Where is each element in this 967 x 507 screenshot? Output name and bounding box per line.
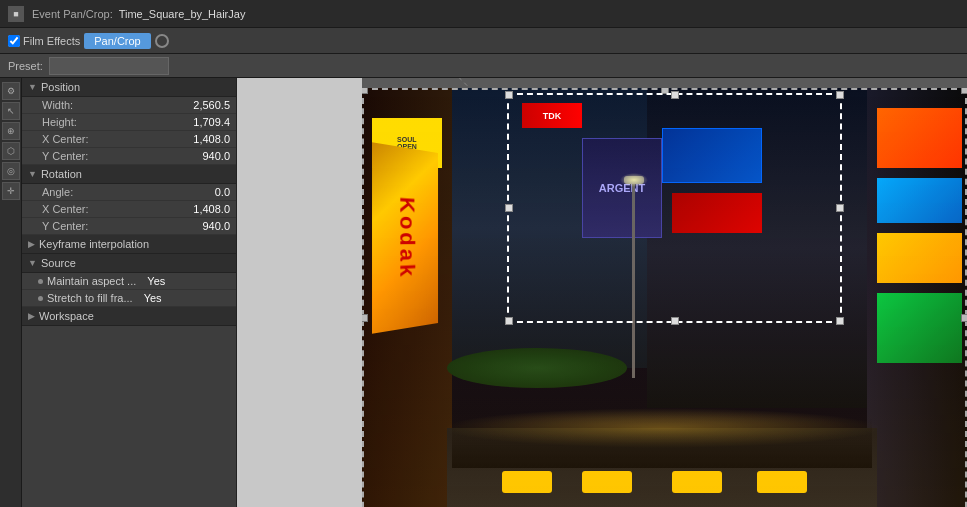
- taxi-2: [582, 471, 632, 493]
- source-arrow-icon: ▼: [28, 258, 37, 268]
- xcenter-value[interactable]: 1,408.0: [112, 133, 230, 145]
- workspace-section-header[interactable]: ▶ Workspace: [22, 307, 236, 326]
- sign-tdk: TDK: [522, 103, 582, 128]
- billboard-right-2: [877, 178, 962, 223]
- canvas-area[interactable]: SOULOPEN Kodak ARGENT TDK: [237, 78, 967, 507]
- film-effects-checkbox-container[interactable]: Film Effects: [8, 35, 80, 47]
- keyframe-arrow-icon: ▶: [28, 239, 35, 249]
- properties-panel: ▼ Position Width: 2,560.5 Height: 1,709.…: [22, 78, 237, 507]
- film-effects-checkbox[interactable]: [8, 35, 20, 47]
- prop-width-row: Width: 2,560.5: [22, 97, 236, 114]
- sidebar-icon-hex[interactable]: ⬡: [2, 142, 20, 160]
- ycenter-label: Y Center:: [42, 150, 112, 162]
- stretch-fill-label: Stretch to fill fra...: [47, 292, 133, 304]
- stretch-fill-value: Yes: [144, 292, 162, 304]
- height-label: Height:: [42, 116, 112, 128]
- rotation-section-header[interactable]: ▼ Rotation: [22, 165, 236, 184]
- prop-angle-row: Angle: 0.0: [22, 184, 236, 201]
- billboard-right-3: [877, 233, 962, 283]
- position-label: Position: [41, 81, 80, 93]
- taxi-4: [757, 471, 807, 493]
- lamp-post: [632, 178, 635, 378]
- prop-rot-xcenter-row: X Center: 1,408.0: [22, 201, 236, 218]
- position-arrow-icon: ▼: [28, 82, 37, 92]
- film-effects-label: Film Effects: [23, 35, 80, 47]
- maintain-dot-icon: [38, 279, 43, 284]
- rot-xcenter-label: X Center:: [42, 203, 112, 215]
- angle-value[interactable]: 0.0: [112, 186, 230, 198]
- sidebar-icons: ⚙ ↖ ⊕ ⬡ ◎ ✛: [0, 78, 22, 507]
- rotation-arrow-icon: ▼: [28, 169, 37, 179]
- keyframe-section-header[interactable]: ▶ Keyframe interpolation: [22, 235, 236, 254]
- lamp-glow: [620, 173, 648, 187]
- position-section-header[interactable]: ▼ Position: [22, 78, 236, 97]
- workspace-arrow-icon: ▶: [28, 311, 35, 321]
- rot-ycenter-label: Y Center:: [42, 220, 112, 232]
- sidebar-icon-zoom[interactable]: ⊕: [2, 122, 20, 140]
- source-label: Source: [41, 257, 76, 269]
- maintain-aspect-value: Yes: [147, 275, 165, 287]
- maintain-aspect-row[interactable]: Maintain aspect ... Yes: [22, 273, 236, 290]
- xcenter-label: X Center:: [42, 133, 112, 145]
- title-filename: Time_Square_by_HairJay: [119, 8, 246, 20]
- width-value[interactable]: 2,560.5: [112, 99, 230, 111]
- width-label: Width:: [42, 99, 112, 111]
- ycenter-value[interactable]: 940.0: [112, 150, 230, 162]
- sidebar-icon-cross[interactable]: ✛: [2, 182, 20, 200]
- billboard-right-4: [877, 293, 962, 363]
- prop-height-row: Height: 1,709.4: [22, 114, 236, 131]
- sidebar-icon-gear[interactable]: ⚙: [2, 82, 20, 100]
- source-section-header[interactable]: ▼ Source: [22, 254, 236, 273]
- app-icon: ■: [8, 6, 24, 22]
- times-square-image: SOULOPEN Kodak ARGENT TDK: [362, 88, 967, 507]
- billboard-right-1: [877, 108, 962, 168]
- app-icon-symbol: ■: [13, 9, 18, 19]
- keyframe-label: Keyframe interpolation: [39, 238, 149, 250]
- title-bar-text: Event Pan/Crop: Time_Square_by_HairJay: [32, 8, 245, 20]
- prop-ycenter-row: Y Center: 940.0: [22, 148, 236, 165]
- workspace-label: Workspace: [39, 310, 94, 322]
- stretch-dot-icon: [38, 296, 43, 301]
- angle-label: Angle:: [42, 186, 112, 198]
- preset-label: Preset:: [8, 60, 43, 72]
- taxi-1: [502, 471, 552, 493]
- prop-xcenter-row: X Center: 1,408.0: [22, 131, 236, 148]
- preset-input[interactable]: [49, 57, 169, 75]
- rotation-label: Rotation: [41, 168, 82, 180]
- image-container[interactable]: SOULOPEN Kodak ARGENT TDK: [362, 88, 967, 507]
- tabs-bar: Film Effects Pan/Crop: [0, 28, 967, 54]
- rot-ycenter-value[interactable]: 940.0: [112, 220, 230, 232]
- preset-bar: Preset:: [0, 54, 967, 78]
- sidebar-icon-circle[interactable]: ◎: [2, 162, 20, 180]
- title-prefix: Event Pan/Crop:: [32, 8, 113, 20]
- rot-xcenter-value[interactable]: 1,408.0: [112, 203, 230, 215]
- main-layout: ⚙ ↖ ⊕ ⬡ ◎ ✛ ▼ Position Width: 2,560.5 He…: [0, 78, 967, 507]
- maintain-aspect-label: Maintain aspect ...: [47, 275, 136, 287]
- stretch-fill-row[interactable]: Stretch to fill fra... Yes: [22, 290, 236, 307]
- tab-circle-icon: [155, 34, 169, 48]
- sidebar-icon-cursor[interactable]: ↖: [2, 102, 20, 120]
- sign-blue: [662, 128, 762, 183]
- height-value[interactable]: 1,709.4: [112, 116, 230, 128]
- foliage: [447, 348, 627, 388]
- crowd: [452, 418, 872, 468]
- taxi-3: [672, 471, 722, 493]
- sign-argent: ARGENT: [582, 138, 662, 238]
- canvas-white-bg: [237, 78, 362, 507]
- pan-crop-tab[interactable]: Pan/Crop: [84, 33, 150, 49]
- title-bar: ■ Event Pan/Crop: Time_Square_by_HairJay: [0, 0, 967, 28]
- prop-rot-ycenter-row: Y Center: 940.0: [22, 218, 236, 235]
- sign-red: [672, 193, 762, 233]
- billboard-kodak: Kodak: [372, 142, 438, 333]
